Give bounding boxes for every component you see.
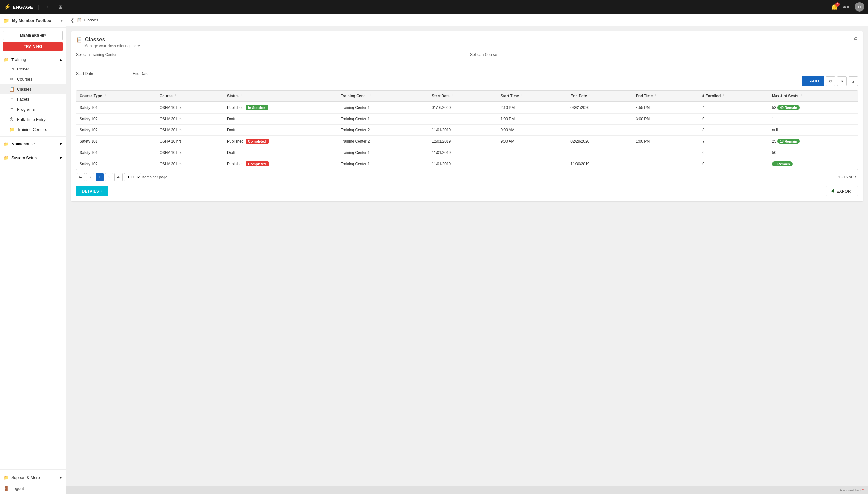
details-button[interactable]: DETAILS › [76,186,108,196]
app-name: ENGAGE [13,4,33,10]
folder-icon-2: 📁 [4,57,9,62]
td-start-date: 11/01/2019 [429,158,497,170]
col-menu-start-time[interactable]: ⋮ [520,94,524,98]
export-button[interactable]: ✖ EXPORT [826,186,858,196]
page-title-row: 📋 Classes [76,37,141,43]
membership-button[interactable]: MEMBERSHIP [3,31,63,40]
per-page-label: items per page [142,175,167,179]
training-section-header[interactable]: 📁 Training ▴ [0,54,66,64]
td-enrolled: 0 [699,147,769,158]
page-content: 📋 Classes Manage your class offerings he… [66,26,868,486]
per-page-select[interactable]: 100 50 25 [124,173,141,181]
sidebar-item-classes[interactable]: 📋 Classes [0,84,66,94]
td-end-date [567,114,632,125]
table-row[interactable]: Safety 101 OSHA 10 hrs Published Complet… [76,136,857,147]
sidebar-item-support[interactable]: 📁 Support & More ▾ [0,472,66,483]
notifications-button[interactable]: 🔔 6 [831,3,838,11]
td-course: OSHA 10 hrs [156,102,224,114]
td-course: OSHA 10 hrs [156,136,224,147]
sidebar-item-logout[interactable]: 🚪 Logout [0,483,66,494]
sidebar-item-programs[interactable]: ≡ Programs [0,104,66,114]
refresh-icon: ↻ [829,79,832,84]
last-page-button[interactable]: ⏭ [115,173,123,181]
col-menu-training-center[interactable]: ⋮ [369,94,373,98]
table-row[interactable]: Safety 102 OSHA 30 hrs Draft Training Ce… [76,125,857,136]
expand-down-button[interactable]: ▾ [837,76,847,86]
table-row[interactable]: Safety 101 OSHA 10 hrs Published In Sess… [76,102,857,114]
details-icon: › [101,189,102,193]
filter-training-center-input[interactable] [76,58,464,67]
add-button[interactable]: + ADD [802,76,824,86]
sidebar-item-roster[interactable]: 🗂 Roster [0,64,66,74]
maintenance-section-header[interactable]: 📁 Maintenance ▾ [0,138,66,148]
td-course: OSHA 30 hrs [156,158,224,170]
dot-menu-button[interactable]: ●● [843,4,850,11]
table-row[interactable]: Safety 102 OSHA 30 hrs Published Complet… [76,158,857,170]
max-seats-value: 25 [772,139,776,144]
notif-badge: 6 [835,2,840,6]
breadcrumb-chevron[interactable]: ❮ [71,18,74,23]
top-nav-left: ⚡ ENGAGE | ← ⊞ [4,3,64,11]
th-start-time: Start Time⋮ [497,91,568,102]
status-text: Draft [227,117,235,121]
td-enrolled: 4 [699,102,769,114]
sidebar: 📁 My Member Toolbox ▾ MEMBERSHIP TRAININ… [0,14,66,494]
col-menu-course[interactable]: ⋮ [174,94,177,98]
td-training-center: Training Center 1 [337,114,429,125]
export-label: EXPORT [836,189,853,193]
maintenance-chevron: ▾ [60,141,62,146]
col-menu-status[interactable]: ⋮ [240,94,243,98]
td-course: OSHA 10 hrs [156,147,224,158]
refresh-button[interactable]: ↻ [826,76,835,86]
sidebar-item-facets[interactable]: ≡ Facets [0,94,66,104]
th-training-center-label: Training Cent... [341,94,368,98]
export-icon: ✖ [831,189,835,193]
programs-icon: ≡ [9,107,15,112]
sidebar-header[interactable]: 📁 My Member Toolbox ▾ [0,14,66,28]
pagination-range: 1 - 15 of 15 [838,175,857,179]
start-date-group: Start Date [76,72,126,86]
page-icon: 📋 [76,37,82,43]
end-date-input[interactable] [133,77,183,86]
col-menu-enrolled[interactable]: ⋮ [722,94,725,98]
back-button[interactable]: ← [45,3,52,11]
th-max-seats-label: Max # of Seats [772,94,798,98]
system-setup-section-header[interactable]: 📁 System Setup ▾ [0,152,66,162]
td-course-type: Safety 102 [76,125,156,136]
prev-page-button[interactable]: ‹ [86,173,94,181]
col-menu-end-time[interactable]: ⋮ [654,94,657,98]
sidebar-item-courses[interactable]: ✏ Courses [0,74,66,84]
col-menu-end-date[interactable]: ⋮ [588,94,592,98]
top-nav: ⚡ ENGAGE | ← ⊞ 🔔 6 ●● U [0,0,868,14]
table-row[interactable]: Safety 101 OSHA 10 hrs Draft Training Ce… [76,147,857,158]
folder-icon-4: 📁 [4,155,9,160]
td-course-type: Safety 102 [76,114,156,125]
avatar[interactable]: U [855,2,864,12]
sidebar-item-training-centers[interactable]: 📁 Training Centers [0,124,66,134]
td-enrolled: 8 [699,125,769,136]
training-button[interactable]: TRAINING [3,42,63,51]
filter-course-input[interactable] [470,58,858,67]
td-training-center: Training Center 2 [337,125,429,136]
col-menu-max-seats[interactable]: ⋮ [800,94,803,98]
table-row[interactable]: Safety 102 OSHA 30 hrs Draft Training Ce… [76,114,857,125]
page-1-button[interactable]: 1 [96,173,104,181]
remain-badge: 5 Remain [772,162,792,167]
td-max-seats: 25 18 Remain [769,136,857,147]
td-training-center: Training Center 1 [337,158,429,170]
next-page-button[interactable]: › [105,173,113,181]
col-menu-course-type[interactable]: ⋮ [103,94,107,98]
expand-up-button[interactable]: ▴ [848,76,858,86]
grid-button[interactable]: ⊞ [57,3,64,11]
breadcrumb-label: Classes [84,18,98,22]
td-status: Published Completed [224,136,337,147]
first-page-button[interactable]: ⏮ [77,173,85,181]
print-button[interactable]: 🖨 [853,37,858,42]
breadcrumb-bar: ❮ 📋 Classes [66,14,868,26]
sidebar-item-bulk-time-entry[interactable]: ⏱ Bulk Time Entry [0,114,66,124]
col-menu-start-date[interactable]: ⋮ [451,94,454,98]
start-date-input[interactable] [76,77,126,86]
classes-icon: 📋 [9,87,15,92]
system-setup-header-left: 📁 System Setup [4,155,37,160]
main-layout: 📁 My Member Toolbox ▾ MEMBERSHIP TRAININ… [0,14,868,494]
